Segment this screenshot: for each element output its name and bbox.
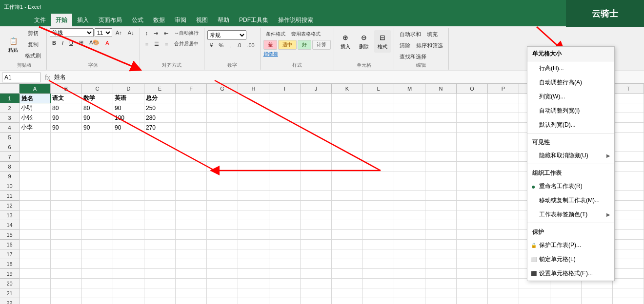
cell-empty[interactable] [20, 288, 51, 298]
cell-empty[interactable] [301, 191, 332, 201]
menu-item-protect-sheet[interactable]: 🔒 保护工作表(P)... [527, 238, 614, 252]
format-btn[interactable]: ⊟ 格式 [374, 30, 391, 53]
cell-empty[interactable] [144, 259, 176, 269]
cell-empty[interactable] [113, 279, 144, 288]
cell-empty[interactable] [207, 152, 238, 162]
cell-empty[interactable] [51, 240, 82, 249]
cell-empty[interactable] [144, 230, 176, 240]
cell-b1[interactable]: 语文 [51, 94, 82, 103]
cell-empty[interactable] [457, 259, 488, 269]
style-bad[interactable]: 差 [263, 40, 277, 50]
cell-empty[interactable] [82, 269, 113, 279]
cell-j1[interactable] [301, 94, 332, 103]
cell-empty[interactable] [51, 201, 82, 210]
cell-a4[interactable]: 小李 [20, 123, 51, 133]
cell-l3[interactable] [363, 113, 394, 123]
cell-empty[interactable] [301, 181, 332, 191]
cell-empty[interactable] [113, 259, 144, 269]
cell-empty[interactable] [269, 259, 301, 269]
row-header-13[interactable]: 13 [0, 210, 20, 220]
cell-empty[interactable] [82, 288, 113, 298]
cell-empty[interactable] [51, 181, 82, 191]
cell-empty[interactable] [20, 171, 51, 181]
cell-empty[interactable] [238, 191, 269, 201]
col-header-e[interactable]: E [144, 84, 176, 93]
decrease-font-btn[interactable]: A↓ [125, 28, 137, 37]
cell-empty[interactable] [332, 210, 363, 220]
cell-empty[interactable] [113, 201, 144, 210]
cell-empty[interactable] [488, 288, 519, 298]
cell-empty[interactable] [238, 201, 269, 210]
cell-empty[interactable] [176, 133, 207, 142]
cell-empty[interactable] [332, 298, 363, 304]
cell-t2[interactable] [613, 103, 644, 113]
autosum-btn[interactable]: 自动求和 [397, 29, 423, 39]
cell-empty[interactable] [144, 220, 176, 230]
cell-empty[interactable] [363, 269, 394, 279]
cell-empty[interactable] [82, 279, 113, 288]
cell-empty[interactable] [176, 298, 207, 304]
cell-empty[interactable] [113, 220, 144, 230]
cell-empty[interactable] [207, 171, 238, 181]
cell-empty[interactable] [425, 279, 457, 288]
cell-empty[interactable] [457, 133, 488, 142]
cell-f1[interactable] [176, 94, 207, 103]
menu-item-tab-color[interactable]: 工作表标签颜色(T) [527, 208, 614, 222]
cell-empty[interactable] [488, 133, 519, 142]
dec-increase-btn[interactable]: .0 [234, 41, 243, 50]
cell-empty[interactable] [144, 298, 176, 304]
cell-d2[interactable]: 90 [113, 103, 144, 113]
cell-h1[interactable] [238, 94, 269, 103]
cell-empty[interactable] [176, 201, 207, 210]
row-header-5[interactable]: 5 [0, 133, 20, 142]
cell-empty[interactable] [82, 240, 113, 249]
cell-empty[interactable] [394, 162, 425, 171]
cell-empty[interactable] [51, 279, 82, 288]
cell-empty[interactable] [238, 142, 269, 152]
dec-decrease-btn[interactable]: .00 [244, 41, 257, 50]
col-header-i[interactable]: I [269, 84, 301, 93]
align-center-btn[interactable]: ☰ [152, 39, 161, 49]
cell-empty[interactable] [51, 162, 82, 171]
cell-l1[interactable] [363, 94, 394, 103]
cell-empty[interactable] [51, 191, 82, 201]
cell-empty[interactable] [301, 288, 332, 298]
cell-empty[interactable] [363, 142, 394, 152]
cell-empty[interactable] [394, 288, 425, 298]
cell-empty[interactable] [332, 171, 363, 181]
cell-k4[interactable] [332, 123, 363, 133]
cell-empty[interactable] [363, 201, 394, 210]
cell-empty[interactable] [301, 201, 332, 210]
cell-empty[interactable] [394, 259, 425, 269]
col-header-b[interactable]: B [51, 84, 82, 93]
cell-n2[interactable] [425, 103, 457, 113]
cell-empty[interactable] [176, 240, 207, 249]
cell-empty[interactable] [550, 288, 582, 298]
cell-empty[interactable] [20, 191, 51, 201]
cell-empty[interactable] [113, 191, 144, 201]
cell-empty[interactable] [488, 220, 519, 230]
style-good[interactable]: 好 [298, 40, 311, 50]
cell-empty[interactable] [301, 298, 332, 304]
cell-empty[interactable] [488, 249, 519, 259]
cell-empty[interactable] [51, 230, 82, 240]
cell-empty[interactable] [238, 220, 269, 230]
col-header-a[interactable]: A [20, 84, 51, 93]
cell-empty[interactable] [301, 162, 332, 171]
cell-empty[interactable] [457, 152, 488, 162]
wrap-btn[interactable]: ↕ [143, 29, 151, 38]
row-header-10[interactable]: 10 [0, 181, 20, 191]
cell-h2[interactable] [238, 103, 269, 113]
cell-empty[interactable] [394, 171, 425, 181]
col-header-m[interactable]: M [394, 84, 425, 93]
cell-h3[interactable] [238, 113, 269, 123]
cell-empty[interactable] [144, 210, 176, 220]
tab-pdf[interactable]: PDF工具集 [234, 14, 273, 26]
row-header-9[interactable]: 9 [0, 171, 20, 181]
cell-empty[interactable] [332, 249, 363, 259]
cell-n1[interactable] [425, 94, 457, 103]
cell-empty[interactable] [269, 152, 301, 162]
cell-empty[interactable] [332, 142, 363, 152]
cell-empty[interactable] [488, 191, 519, 201]
paste-button[interactable]: 📋 粘贴 [5, 34, 21, 56]
